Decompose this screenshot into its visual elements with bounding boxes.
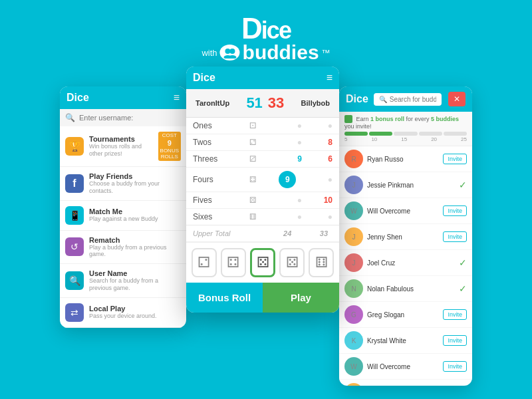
buddy-list: RRyan RussoInviteJJessie Pinkman✓WWill O…: [339, 146, 472, 386]
right-panel-header: Dice 🔍 ✕: [339, 86, 472, 112]
panels-container: Dice ≡ 🔍 🏆 Tournaments Win bonus rolls a…: [60, 66, 472, 386]
invite-button[interactable]: Invite: [443, 154, 467, 164]
die-5[interactable]: ⚅: [309, 248, 334, 277]
sidebar-item-match-me[interactable]: 📱 Match Me Play against a new Buddy: [60, 201, 186, 231]
buddy-item: JJessie Pinkman✓: [339, 172, 472, 198]
invite-button[interactable]: Invite: [443, 309, 467, 320]
sidebar-item-user-name[interactable]: 🔍 User Name Search for a buddy from a pr…: [60, 264, 186, 298]
buddy-item: GGreg SloganInvite: [339, 302, 472, 328]
logo-tm: ™: [322, 48, 331, 58]
progress-bar: [344, 132, 467, 136]
table-row: Threes ⚂ 9 6: [186, 151, 339, 168]
table-row: Sixes ⚅ ● ●: [186, 209, 339, 225]
checkbox-icon: ✓: [344, 115, 352, 123]
buddy-item: WWill OvercomeInvite: [339, 198, 472, 224]
buddy-item: NNolan Fabulous✓: [339, 276, 472, 302]
local-play-icon: ⇄: [65, 303, 84, 322]
avatar: R: [344, 150, 363, 168]
right-search-bar[interactable]: 🔍: [374, 93, 442, 106]
avatar: J: [344, 253, 363, 272]
sidebar-item-rematch[interactable]: ↺ Rematch Play a buddy from a previous g…: [60, 231, 186, 265]
score-player2: 33: [268, 94, 284, 112]
progress-seg-4: [419, 132, 442, 136]
buddy-item: RRyan RussoInvite: [339, 146, 472, 172]
progress-labels: 510152025: [344, 136, 467, 142]
buddy-item: JJoel Cruz✓: [339, 250, 472, 276]
invite-button[interactable]: Invite: [443, 361, 467, 372]
left-search-input[interactable]: [79, 114, 181, 122]
left-search-bar[interactable]: 🔍: [60, 109, 186, 126]
progress-seg-2: [369, 132, 392, 136]
score-table: Ones ⚀ ● ● Twos ⚁ ● 8 Threes ⚂ 9 6 Fours…: [186, 118, 339, 242]
logo-with: with: [201, 48, 217, 58]
right-search-icon: 🔍: [379, 96, 387, 103]
score-row: TaronItUp 51 33 Billybob: [186, 89, 339, 118]
invite-button[interactable]: Invite: [443, 231, 467, 242]
circle-score: 9: [279, 171, 296, 188]
check-icon: ✓: [459, 257, 467, 268]
upper-total-row: Upper Total 24 33: [186, 225, 339, 242]
buddy-name: Jenny Shen: [367, 233, 439, 241]
right-search-input[interactable]: [390, 96, 436, 103]
table-row: Fours ⚃ 9 ●: [186, 168, 339, 192]
buddy-item: KKrystal WhiteInvite: [339, 328, 472, 354]
buddy-name: Greg Slogan: [367, 311, 439, 319]
user-name-icon: 🔍: [65, 271, 84, 290]
left-panel: Dice ≡ 🔍 🏆 Tournaments Win bonus rolls a…: [60, 86, 186, 328]
invite-button[interactable]: Invite: [443, 335, 467, 346]
avatar: W: [344, 357, 363, 376]
buddy-item: JJenny ShenInvite: [339, 380, 472, 386]
rematch-icon: ↺: [65, 237, 84, 256]
die-2[interactable]: ⚃: [221, 248, 246, 277]
buddy-name: Will Overcome: [367, 207, 439, 215]
avatar: J: [344, 227, 363, 246]
sidebar-item-tournaments[interactable]: 🏆 Tournaments Win bonus rolls and other …: [60, 126, 186, 167]
bonus-roll-button[interactable]: Bonus Roll: [186, 283, 263, 313]
svg-point-1: [230, 49, 235, 54]
bonus-bar: ✓ Earn 1 bonus roll for every 5 buddies …: [339, 112, 472, 146]
center-panel: Dice ≡ TaronItUp 51 33 Billybob Ones ⚀ ●…: [186, 66, 339, 313]
progress-seg-1: [344, 132, 368, 136]
buddy-name: Joel Cruz: [367, 259, 455, 267]
buddy-name: Will Overcome: [367, 363, 439, 370]
die-4[interactable]: ⚄: [279, 248, 305, 277]
play-button[interactable]: Play: [263, 283, 339, 313]
buddy-name: Krystal White: [367, 337, 439, 344]
avatar: W: [344, 201, 363, 220]
check-icon: ✓: [459, 283, 467, 294]
sidebar-item-play-friends[interactable]: f Play Friends Choose a buddy from your …: [60, 167, 186, 201]
die-3[interactable]: ⚄: [250, 248, 275, 277]
logo-buddies-text: buddies: [243, 41, 319, 64]
play-friends-icon: f: [65, 174, 84, 193]
player1-name: TaronItUp: [196, 99, 229, 107]
check-icon: ✓: [459, 180, 467, 190]
progress-seg-3: [394, 132, 417, 136]
center-panel-header: Dice ≡: [186, 66, 339, 89]
left-menu-icon[interactable]: ≡: [174, 92, 180, 104]
progress-seg-5: [444, 132, 467, 136]
match-me-icon: 📱: [65, 206, 84, 225]
logo-buddies-icon: [220, 45, 240, 61]
buddy-item: JJenny ShenInvite: [339, 224, 472, 250]
bottom-buttons: Bonus Roll Play: [186, 283, 339, 313]
die-1[interactable]: ⚁: [192, 248, 217, 277]
tournaments-icon: 🏆: [65, 137, 84, 156]
app-logo: Dice with buddies ™: [201, 12, 330, 64]
player2-name: Billybob: [301, 99, 330, 107]
center-logo: Dice: [193, 72, 215, 84]
table-row: Ones ⚀ ● ●: [186, 118, 339, 134]
logo-dice-text: Dice: [241, 12, 291, 45]
invite-button[interactable]: Invite: [443, 205, 467, 216]
right-panel: Dice 🔍 ✕ ✓ Earn 1 bonus roll for every 5…: [339, 86, 472, 386]
sidebar-item-local-play[interactable]: ⇄ Local Play Pass your device around.: [60, 298, 186, 328]
left-search-icon: 🔍: [65, 113, 75, 122]
score-display: 51 33: [246, 94, 284, 112]
table-row: Fives ⚄ ● 10: [186, 192, 339, 209]
score-player1: 51: [246, 94, 262, 112]
avatar: K: [344, 331, 363, 350]
close-button[interactable]: ✕: [448, 92, 466, 106]
tournaments-text: Tournaments Win bonus rolls and other pr…: [89, 135, 153, 158]
svg-point-0: [225, 49, 231, 54]
center-menu-icon[interactable]: ≡: [327, 72, 332, 84]
buddy-name: Ryan Russo: [367, 156, 439, 163]
